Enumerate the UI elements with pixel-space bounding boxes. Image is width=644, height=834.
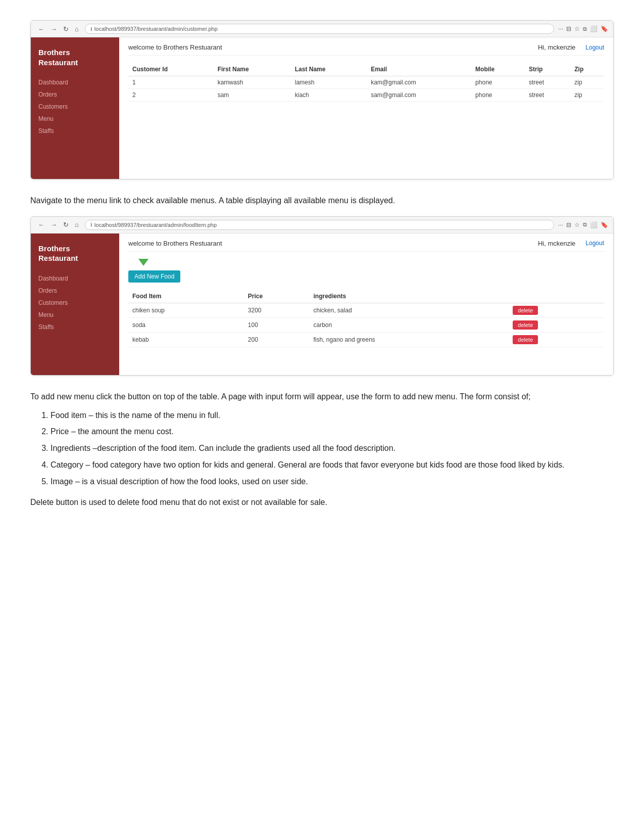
reader-icon[interactable]: ⊟	[566, 25, 571, 32]
browser-body-2: Brothers Restaurant Dashboard Orders Cus…	[31, 234, 613, 375]
cell-zip: zip	[570, 76, 604, 89]
main-content-1: welcome to Brothers Restuarant Hi, mcken…	[119, 37, 613, 179]
sidebar-2: Brothers Restaurant Dashboard Orders Cus…	[31, 234, 119, 375]
cell-ingredients: carbon	[310, 317, 509, 332]
home-button[interactable]: ⌂	[73, 24, 81, 34]
col-ingredients: ingredients	[310, 290, 509, 303]
col-food-item: Food Item	[128, 290, 244, 303]
welcome-text-1: welcome to Brothers Restuarant	[128, 43, 222, 51]
cell-lastname: kiach	[291, 89, 367, 102]
sidebar-item-staffs-1[interactable]: Staffs	[38, 125, 112, 137]
logout-button-2[interactable]: Logout	[585, 240, 604, 247]
delete-button[interactable]: delete	[513, 320, 538, 330]
col-price: Price	[244, 290, 310, 303]
sidebar-item-orders-2[interactable]: Orders	[38, 285, 112, 297]
add-new-food-container: Add New Food	[128, 270, 604, 290]
prose-section-2: To add new menu click the button on top …	[30, 391, 614, 509]
arrow-down-icon	[138, 259, 148, 266]
list-item-2: Price – the amount the menu cost.	[51, 426, 614, 438]
customers-table: Customer Id First Name Last Name Email M…	[128, 63, 604, 102]
forward-button[interactable]: →	[48, 24, 59, 34]
cell-strip: street	[525, 76, 570, 89]
cell-id: 2	[128, 89, 214, 102]
hi-text-2: Hi, mckenzie	[538, 240, 575, 247]
sidebar-item-orders-1[interactable]: Orders	[38, 88, 112, 101]
cell-delete: delete	[509, 317, 604, 332]
sidebar-item-customers-2[interactable]: Customers	[38, 297, 112, 309]
logout-button-1[interactable]: Logout	[585, 44, 604, 51]
window-icon-2[interactable]: ⬜	[590, 221, 598, 228]
more-icon[interactable]: ···	[558, 25, 563, 32]
sidebar-1: Brothers Restaurant Dashboard Orders Cus…	[31, 37, 119, 179]
col-customer-id: Customer Id	[128, 63, 214, 76]
hi-text-1: Hi, mckenzie	[538, 43, 575, 51]
back-button-2[interactable]: ←	[36, 220, 46, 229]
main-content-2: welcome to Brothers Restuarant Hi, mcken…	[119, 234, 613, 375]
star-icon[interactable]: ☆	[574, 25, 580, 32]
cell-lastname: lamesh	[291, 76, 367, 89]
cell-id: 1	[128, 76, 214, 89]
arrow-down-container	[128, 259, 604, 270]
cell-strip: street	[525, 89, 570, 102]
sidebar-title-2: Brothers Restaurant	[38, 244, 112, 263]
prose-section-1: Navigate to the menu link to check avail…	[30, 195, 614, 207]
table-row: soda 100 carbon delete	[128, 317, 604, 332]
sidebar-item-dashboard-1[interactable]: Dashboard	[38, 76, 112, 88]
cell-firstname: sam	[214, 89, 291, 102]
tab-icon[interactable]: ⧉	[583, 26, 587, 32]
url-text-2: localhost/989937/brestuarant/admin/foodI…	[94, 222, 217, 228]
browser-actions-1: ··· ⊟ ☆ ⧉ ⬜ 🔖	[558, 25, 608, 32]
col-last-name: Last Name	[291, 63, 367, 76]
browser-actions-2: ··· ⊟ ☆ ⧉ ⬜ 🔖	[558, 221, 608, 228]
sidebar-item-customers-1[interactable]: Customers	[38, 101, 112, 113]
add-new-food-button[interactable]: Add New Food	[128, 270, 180, 283]
delete-button[interactable]: delete	[513, 306, 538, 315]
top-bar-right-2: Hi, mckenzie Logout	[538, 240, 604, 247]
browser-body-1: Brothers Restaurant Dashboard Orders Cus…	[31, 37, 613, 179]
cell-email: sam@gmail.com	[367, 89, 471, 102]
cell-delete: delete	[509, 303, 604, 317]
delete-button[interactable]: delete	[513, 335, 538, 344]
browser-toolbar-1: ← → ↻ ⌂ ℹ localhost/989937/brestuarant/a…	[31, 21, 613, 37]
browser-url-bar-2[interactable]: ℹ localhost/989937/brestuarant/admin/foo…	[85, 220, 554, 230]
cell-ingredients: fish, ngano and greens	[310, 332, 509, 347]
col-mobile: Mobile	[471, 63, 525, 76]
col-first-name: First Name	[214, 63, 291, 76]
cell-delete: delete	[509, 332, 604, 347]
bookmark-icon[interactable]: 🔖	[601, 25, 608, 32]
col-zip: Zip	[570, 63, 604, 76]
tab-icon-2[interactable]: ⧉	[583, 221, 587, 228]
back-button[interactable]: ←	[36, 24, 46, 34]
lock-icon-2: ℹ	[90, 222, 92, 227]
more-icon-2[interactable]: ···	[558, 221, 563, 228]
table-row: 2 sam kiach sam@gmail.com phone street z…	[128, 89, 604, 102]
sidebar-item-menu-1[interactable]: Menu	[38, 113, 112, 125]
cell-email: kam@gmail.com	[367, 76, 471, 89]
cell-price: 200	[244, 332, 310, 347]
browser-nav-buttons-1: ← → ↻ ⌂	[36, 24, 81, 34]
forward-button-2[interactable]: →	[48, 220, 59, 229]
cell-zip: zip	[570, 89, 604, 102]
sidebar-item-dashboard-2[interactable]: Dashboard	[38, 272, 112, 285]
browser-url-bar-1[interactable]: ℹ localhost/989937/brestuarant/admin/cus…	[85, 24, 554, 34]
url-text: localhost/989937/brestuarant/admin/custo…	[94, 26, 218, 32]
sidebar-item-menu-2[interactable]: Menu	[38, 309, 112, 321]
reader-icon-2[interactable]: ⊟	[566, 221, 571, 228]
sidebar-item-staffs-2[interactable]: Staffs	[38, 321, 112, 333]
list-item-5: Image – is a visual description of how t…	[51, 476, 614, 488]
star-icon-2[interactable]: ☆	[574, 221, 580, 228]
refresh-button-2[interactable]: ↻	[61, 220, 71, 229]
bookmark-icon-2[interactable]: 🔖	[601, 221, 608, 228]
top-bar-2: welcome to Brothers Restuarant Hi, mcken…	[128, 240, 604, 252]
form-fields-list: Food item – this is the name of the menu…	[51, 409, 614, 488]
browser-screenshot-2: ← → ↻ ⌂ ℹ localhost/989937/brestuarant/a…	[30, 216, 614, 376]
window-icon[interactable]: ⬜	[590, 25, 598, 32]
cell-food-item: kebab	[128, 332, 244, 347]
home-button-2[interactable]: ⌂	[73, 220, 81, 229]
top-bar-1: welcome to Brothers Restuarant Hi, mcken…	[128, 43, 604, 56]
table-row: kebab 200 fish, ngano and greens delete	[128, 332, 604, 347]
refresh-button[interactable]: ↻	[61, 24, 71, 34]
cell-price: 3200	[244, 303, 310, 317]
col-action-placeholder	[509, 290, 604, 303]
browser-toolbar-2: ← → ↻ ⌂ ℹ localhost/989937/brestuarant/a…	[31, 217, 613, 234]
